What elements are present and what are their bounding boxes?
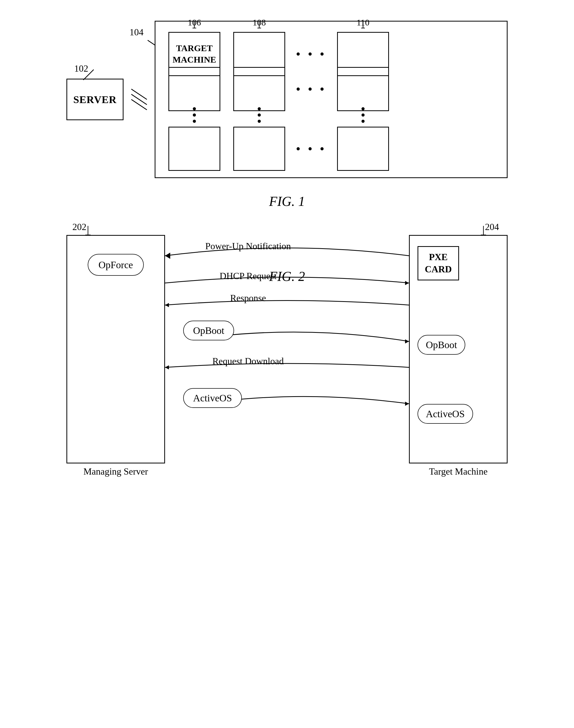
cell-row2-col2 (233, 67, 285, 111)
svg-line-3 (131, 100, 147, 110)
grid-ref-num: 104 (129, 27, 144, 38)
dots-h-2: • • • (296, 67, 326, 111)
cell-row2-col4 (337, 67, 389, 111)
cell-row4-col2 (233, 127, 285, 171)
cell-row4-col4 (337, 127, 389, 171)
grid-outer-box: 104 106 (155, 21, 507, 178)
msg-dhcp-req: DHCP Request (219, 271, 277, 281)
lightning-connector (124, 84, 155, 115)
left-opboot-box: OpBoot (183, 321, 234, 340)
cell-106-label: TARGETMACHINE (172, 43, 216, 66)
svg-marker-21 (165, 365, 169, 370)
fig1-diagram: 102 SERVER (67, 21, 507, 178)
fig2-arrows-svg: Power-Up Notification DHCP Request Respo… (67, 235, 507, 463)
managing-server-label: Managing Server (84, 466, 148, 477)
svg-line-4 (148, 40, 156, 45)
left-activeos-box: ActiveOS (183, 388, 242, 408)
left-activeos-label: ActiveOS (193, 392, 232, 404)
server-label: SERVER (74, 93, 117, 106)
svg-marker-18 (405, 281, 409, 285)
fig1-container: 102 SERVER (26, 21, 548, 225)
svg-marker-17 (165, 254, 169, 258)
svg-marker-22 (405, 401, 409, 406)
svg-marker-19 (165, 303, 169, 307)
page: 102 SERVER (0, 0, 574, 728)
svg-line-1 (131, 89, 147, 100)
svg-line-0 (83, 70, 94, 80)
target-machine-label: Target Machine (429, 466, 488, 477)
fig2-container: 202 OpForce Managing Server 204 (26, 235, 548, 300)
cell-row4-col1 (168, 127, 220, 171)
cell-row2-col1 (168, 67, 220, 111)
svg-marker-20 (405, 339, 409, 344)
left-opboot-label: OpBoot (193, 325, 224, 336)
server-box: SERVER (67, 79, 124, 120)
svg-line-2 (131, 94, 147, 105)
msg-response: Response (230, 293, 266, 303)
msg-req-download: Request Download (212, 356, 284, 366)
dots-h-4: • • • (296, 127, 326, 171)
msg-power-up: Power-Up Notification (205, 241, 291, 251)
fig1-caption: FIG. 1 (269, 194, 305, 209)
